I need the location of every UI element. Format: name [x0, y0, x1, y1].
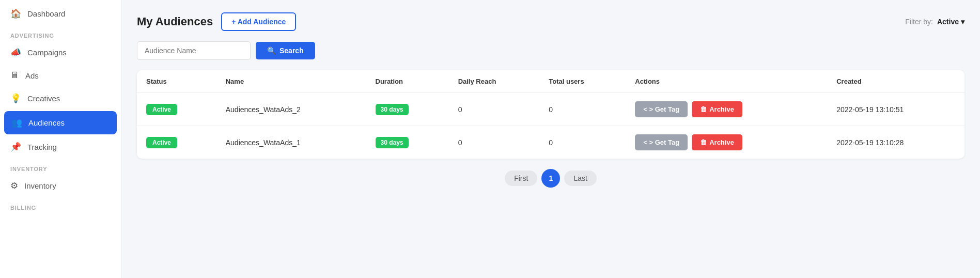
- cell-total-users: 0: [539, 93, 626, 126]
- sidebar-item-audiences[interactable]: 👥 Audiences: [4, 111, 117, 134]
- add-audience-button[interactable]: + Add Audience: [221, 12, 296, 31]
- tracking-icon: 📌: [10, 142, 21, 152]
- sidebar-item-creatives[interactable]: 💡 Creatives: [0, 87, 121, 110]
- cell-daily-reach: 0: [449, 93, 540, 126]
- cell-name: Audiences_WataAds_2: [216, 93, 366, 126]
- sidebar-item-inventory[interactable]: ⚙ Inventory: [0, 174, 121, 197]
- col-name: Name: [216, 70, 366, 93]
- sidebar: 🏠 Dashboard ADVERTISING 📣 Campaigns 🖥 Ad…: [0, 0, 121, 278]
- duration-badge: 30 days: [376, 137, 409, 148]
- actions-cell: < > Get Tag 🗑 Archive: [635, 101, 818, 117]
- col-daily-reach: Daily Reach: [449, 70, 540, 93]
- trash-icon: 🗑: [700, 105, 707, 113]
- cell-actions: < > Get Tag 🗑 Archive: [626, 126, 827, 159]
- search-input[interactable]: [137, 41, 251, 60]
- sidebar-item-tracking[interactable]: 📌 Tracking: [0, 135, 121, 159]
- chevron-down-icon: ▾: [961, 18, 965, 26]
- audiences-table-container: Status Name Duration Daily Reach Total u…: [137, 70, 965, 159]
- search-icon: 🔍: [267, 47, 276, 55]
- audiences-icon: 👥: [11, 117, 22, 128]
- sidebar-item-campaigns[interactable]: 📣 Campaigns: [0, 41, 121, 64]
- archive-button[interactable]: 🗑 Archive: [692, 101, 742, 117]
- sidebar-item-ads[interactable]: 🖥 Ads: [0, 64, 121, 87]
- status-badge: Active: [146, 137, 177, 148]
- sidebar-item-dashboard[interactable]: 🏠 Dashboard: [0, 2, 121, 25]
- col-total-users: Total users: [539, 70, 626, 93]
- trash-icon: 🗑: [700, 138, 707, 146]
- filter-label: Filter by:: [905, 18, 933, 26]
- last-page-button[interactable]: Last: [564, 171, 596, 186]
- table-header-row: Status Name Duration Daily Reach Total u…: [137, 70, 965, 93]
- cell-duration: 30 days: [366, 126, 449, 159]
- cell-created: 2022-05-19 13:10:51: [827, 93, 965, 126]
- cell-name: Audiences_WataAds_1: [216, 126, 366, 159]
- get-tag-button[interactable]: < > Get Tag: [635, 101, 688, 117]
- sidebar-item-label: Ads: [25, 71, 39, 80]
- col-actions: Actions: [626, 70, 827, 93]
- sidebar-item-label: Dashboard: [27, 9, 65, 18]
- actions-cell: < > Get Tag 🗑 Archive: [635, 134, 818, 150]
- pagination: First 1 Last: [137, 159, 965, 192]
- dashboard-icon: 🏠: [10, 8, 21, 19]
- filter-row: Filter by: Active ▾: [905, 18, 965, 26]
- creatives-icon: 💡: [10, 93, 21, 104]
- col-status: Status: [137, 70, 216, 93]
- sidebar-item-label: Creatives: [27, 94, 60, 103]
- table-row: Active Audiences_WataAds_2 30 days 0 0 <…: [137, 93, 965, 126]
- sidebar-item-label: Audiences: [28, 118, 65, 127]
- cell-total-users: 0: [539, 126, 626, 159]
- col-duration: Duration: [366, 70, 449, 93]
- search-button[interactable]: 🔍 Search: [256, 42, 315, 59]
- search-row: 🔍 Search: [137, 41, 965, 60]
- page-title: My Audiences: [137, 15, 213, 28]
- filter-value-text: Active: [937, 18, 959, 26]
- sidebar-section-inventory: INVENTORY: [0, 159, 121, 174]
- cell-duration: 30 days: [366, 93, 449, 126]
- status-badge: Active: [146, 104, 177, 115]
- sidebar-section-advertising: ADVERTISING: [0, 25, 121, 41]
- main-content: My Audiences + Add Audience Filter by: A…: [121, 0, 980, 278]
- sidebar-item-label: Tracking: [27, 143, 57, 151]
- inventory-icon: ⚙: [10, 180, 18, 191]
- cell-created: 2022-05-19 13:10:28: [827, 126, 965, 159]
- duration-badge: 30 days: [376, 104, 409, 115]
- ads-icon: 🖥: [10, 70, 19, 81]
- search-button-label: Search: [279, 47, 304, 55]
- table-row: Active Audiences_WataAds_1 30 days 0 0 <…: [137, 126, 965, 159]
- sidebar-section-billing: BILLING: [0, 197, 121, 213]
- archive-button[interactable]: 🗑 Archive: [692, 134, 742, 150]
- sidebar-item-label: Inventory: [24, 181, 56, 190]
- first-page-button[interactable]: First: [505, 171, 537, 186]
- get-tag-button[interactable]: < > Get Tag: [635, 134, 688, 150]
- campaigns-icon: 📣: [10, 47, 21, 58]
- cell-status: Active: [137, 93, 216, 126]
- audiences-table: Status Name Duration Daily Reach Total u…: [137, 70, 965, 159]
- cell-daily-reach: 0: [449, 126, 540, 159]
- header-row: My Audiences + Add Audience Filter by: A…: [137, 12, 965, 31]
- current-page-button[interactable]: 1: [541, 169, 560, 188]
- sidebar-item-label: Campaigns: [27, 48, 67, 57]
- header-left: My Audiences + Add Audience: [137, 12, 296, 31]
- cell-status: Active: [137, 126, 216, 159]
- col-created: Created: [827, 70, 965, 93]
- filter-value[interactable]: Active ▾: [937, 18, 965, 26]
- cell-actions: < > Get Tag 🗑 Archive: [626, 93, 827, 126]
